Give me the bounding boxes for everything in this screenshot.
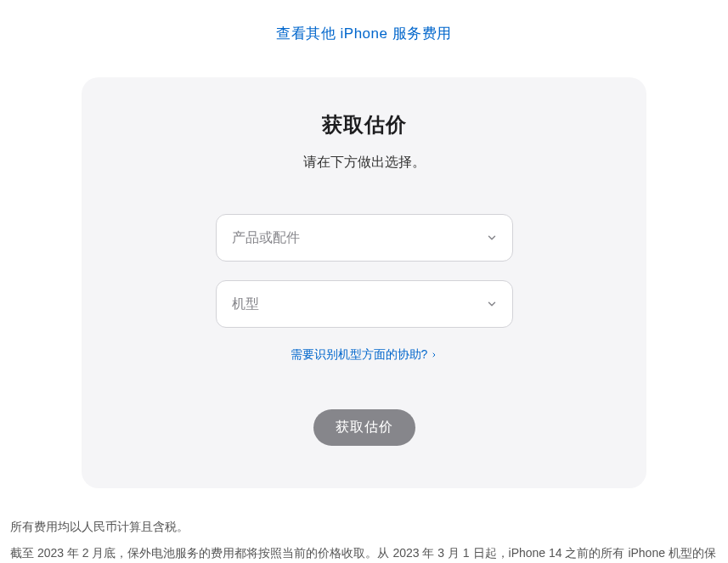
product-select-wrapper: 产品或配件 [216,214,513,262]
product-select[interactable]: 产品或配件 [216,214,513,262]
footer-line-1: 所有费用均以人民币计算且含税。 [10,514,718,540]
help-link-text: 需要识别机型方面的协助? [291,347,428,363]
estimate-card: 获取估价 请在下方做出选择。 产品或配件 机型 需要识别机型方面的协助? 获取估… [82,77,646,488]
footer-text: 所有费用均以人民币计算且含税。 截至 2023 年 2 月底，保外电池服务的费用… [0,514,728,563]
footer-line-2: 截至 2023 年 2 月底，保外电池服务的费用都将按照当前的价格收取。从 20… [10,540,718,563]
other-service-fee-link[interactable]: 查看其他 iPhone 服务费用 [276,25,451,42]
model-select-placeholder: 机型 [232,296,259,313]
identify-model-help-link[interactable]: 需要识别机型方面的协助? [291,347,438,363]
get-estimate-button[interactable]: 获取估价 [313,409,415,446]
model-select[interactable]: 机型 [216,280,513,328]
model-select-wrapper: 机型 [216,280,513,328]
chevron-right-icon [431,348,437,362]
card-subtitle: 请在下方做出选择。 [133,154,595,172]
top-section: 查看其他 iPhone 服务费用 [0,0,728,60]
footer-line-2-part1: 截至 2023 年 2 月底，保外电池服务的费用都将按照当前的价格收取。从 20… [10,546,716,563]
card-title: 获取估价 [133,111,595,138]
help-link-row: 需要识别机型方面的协助? [133,346,595,363]
product-select-placeholder: 产品或配件 [232,229,300,247]
